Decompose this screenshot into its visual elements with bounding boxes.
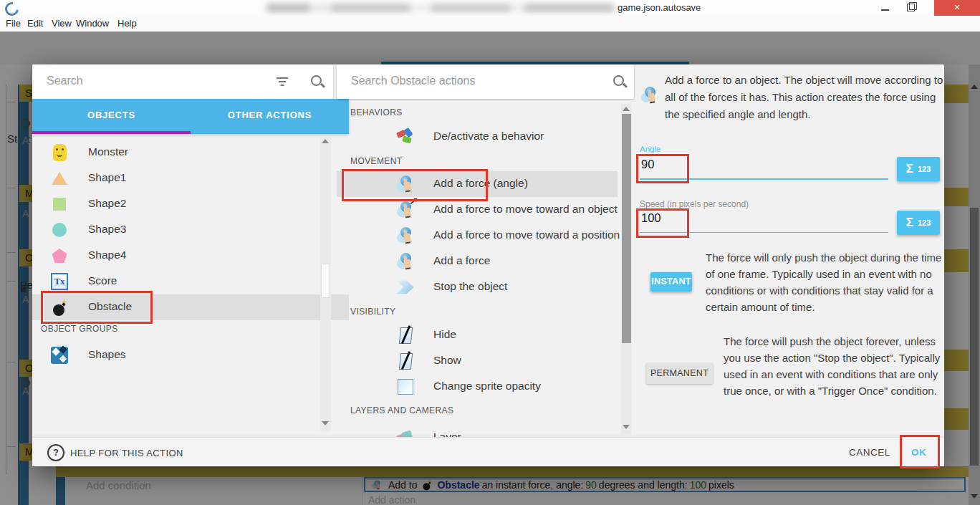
bomb-icon [50, 298, 69, 317]
speed-expression-button[interactable]: Σ 123 [897, 211, 940, 235]
action-label: Add a force (angle) [433, 177, 528, 190]
objects-scrollbar-thumb[interactable] [321, 264, 330, 298]
close-button[interactable]: × [934, 0, 980, 16]
speed-field-label: Speed (in pixels per second) [640, 199, 749, 209]
action-label: Add a force to move toward an object [433, 203, 618, 216]
action-row-force-toward-position[interactable]: Add a force to move toward a position [337, 223, 618, 249]
actions-scrollbar-thumb[interactable] [622, 114, 631, 343]
menu-view[interactable]: View [52, 18, 72, 29]
action-label: Add a force [433, 254, 490, 267]
object-row-shape1[interactable]: Shape1 [32, 165, 349, 191]
action-label: Layer [433, 431, 461, 437]
section-layers-cameras: LAYERS AND CAMERAS [350, 405, 453, 415]
object-row-shapes-group[interactable]: Shapes [32, 342, 349, 368]
cancel-button[interactable]: CANCEL [849, 447, 890, 458]
object-row-shape3[interactable]: Shape3 [32, 217, 349, 243]
angle-field-value[interactable]: 90 [641, 158, 654, 171]
behavior-icon [396, 128, 415, 146]
menu-edit[interactable]: Edit [27, 18, 43, 29]
blurred-title-path [266, 4, 615, 12]
text-object-icon: Tx [50, 272, 69, 291]
sigma-icon: Σ [906, 162, 913, 176]
section-behaviors: BEHAVIORS [350, 107, 403, 117]
object-row-score[interactable]: Tx Score [32, 269, 349, 294]
object-row-obstacle[interactable]: Obstacle [32, 294, 349, 320]
sigma-icon: Σ [906, 216, 913, 230]
minimize-button[interactable] [873, 0, 898, 16]
action-row-deactivate-behavior[interactable]: De/activate a behavior [337, 124, 618, 150]
title-bar: game.json.autosave × [0, 0, 980, 16]
action-row-add-force[interactable]: Add a force [337, 249, 618, 274]
scroll-up-icon[interactable] [322, 139, 329, 143]
speed-field-value[interactable]: 100 [641, 211, 661, 225]
action-row-force-toward-object[interactable]: ↗ Add a force to move toward an object [337, 197, 618, 223]
force-icon [396, 252, 415, 271]
active-tab-indicator [32, 131, 191, 134]
section-visibility: VISIBILITY [350, 307, 395, 317]
stop-icon [396, 278, 415, 297]
help-icon[interactable]: ? [47, 444, 64, 461]
ok-button[interactable]: OK [911, 447, 926, 458]
action-label: Change sprite opacity [433, 380, 541, 393]
force-arrow-icon: ↗ [396, 201, 415, 219]
instant-button[interactable]: INSTANT [650, 272, 692, 292]
numbers-icon: 123 [918, 165, 931, 173]
action-search-placeholder: Search Obstacle actions [351, 74, 475, 87]
opacity-icon [396, 377, 415, 396]
action-row-change-opacity[interactable]: Change sprite opacity [337, 374, 618, 400]
layer-icon [396, 428, 415, 437]
object-label: Shape2 [88, 197, 126, 210]
scroll-down-icon[interactable] [623, 425, 630, 429]
action-row-layer[interactable]: Layer [337, 425, 618, 437]
object-label: Score [88, 274, 117, 287]
object-search-placeholder: Search [47, 74, 83, 87]
scroll-down-icon[interactable] [322, 421, 329, 425]
permanent-description: The force will push the object forever, … [724, 333, 946, 399]
menu-bar: File Edit View Window Help [0, 16, 980, 32]
menu-help[interactable]: Help [117, 18, 137, 29]
action-label: Stop the object [433, 280, 507, 293]
menu-window[interactable]: Window [76, 18, 109, 29]
action-row-hide[interactable]: Hide [337, 322, 618, 348]
circle-icon [50, 221, 69, 239]
filter-icon[interactable] [276, 77, 289, 87]
object-row-shape2[interactable]: Shape2 [32, 191, 349, 217]
action-row-add-force-angle[interactable]: Add a force (angle) [337, 171, 618, 197]
angle-field-underline [640, 178, 888, 180]
action-row-stop-object[interactable]: Stop the object [337, 274, 618, 300]
action-editor-dialog: Search OBJECTS OTHER ACTIONS Monster Sha… [32, 64, 944, 466]
action-description: Add a force to an object. The object wil… [665, 72, 951, 123]
help-link[interactable]: HELP FOR THIS ACTION [70, 448, 183, 458]
menu-file[interactable]: File [6, 18, 21, 29]
search-icon [310, 74, 325, 89]
scroll-up-icon[interactable] [623, 107, 630, 111]
force-icon [396, 175, 415, 193]
permanent-button[interactable]: PERMANENT [646, 363, 713, 384]
numbers-icon: 123 [918, 218, 931, 227]
action-label: Show [433, 354, 461, 367]
action-row-show[interactable]: Show [337, 348, 618, 374]
angle-expression-button[interactable]: Σ 123 [897, 157, 940, 181]
object-row-monster[interactable]: Monster [32, 140, 349, 165]
angle-field-label: Angle [640, 145, 660, 153]
window-title: game.json.autosave [618, 2, 701, 13]
maximize-button[interactable] [898, 0, 924, 16]
speed-field-underline [640, 232, 888, 233]
actions-list: BEHAVIORS De/activate a behavior MOVEMEN… [337, 99, 634, 437]
section-movement: MOVEMENT [350, 156, 403, 166]
pentagon-icon [50, 246, 69, 265]
monster-icon [50, 143, 69, 162]
tab-objects[interactable]: OBJECTS [32, 99, 191, 131]
force-icon [396, 226, 415, 245]
object-label: Monster [88, 145, 128, 158]
group-icon [50, 346, 69, 365]
action-label: Hide [433, 328, 456, 341]
object-label: Obstacle [88, 300, 132, 313]
tab-other-actions[interactable]: OTHER ACTIONS [191, 99, 349, 131]
search-icon [612, 74, 627, 89]
actions-scrollbar[interactable] [621, 104, 632, 435]
objects-scrollbar[interactable] [320, 136, 331, 431]
object-search-field[interactable]: Search [32, 64, 333, 99]
object-row-shape4[interactable]: Shape4 [32, 243, 349, 269]
action-search-field[interactable]: Search Obstacle actions [337, 64, 634, 99]
